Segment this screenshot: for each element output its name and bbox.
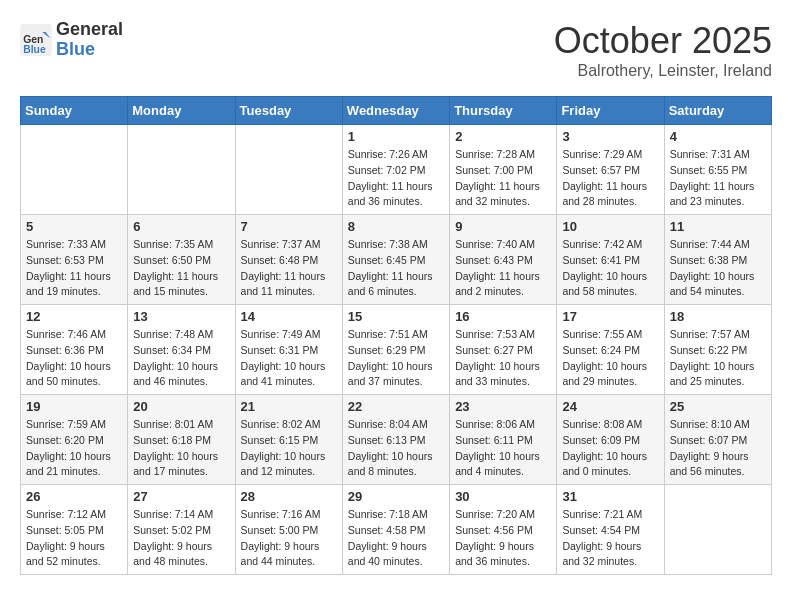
day-number: 20 xyxy=(133,399,229,414)
calendar-week-1: 1Sunrise: 7:26 AM Sunset: 7:02 PM Daylig… xyxy=(21,125,772,215)
day-info: Sunrise: 7:18 AM Sunset: 4:58 PM Dayligh… xyxy=(348,507,444,570)
calendar-cell: 1Sunrise: 7:26 AM Sunset: 7:02 PM Daylig… xyxy=(342,125,449,215)
calendar-cell xyxy=(664,485,771,575)
calendar-cell: 5Sunrise: 7:33 AM Sunset: 6:53 PM Daylig… xyxy=(21,215,128,305)
calendar-cell: 30Sunrise: 7:20 AM Sunset: 4:56 PM Dayli… xyxy=(450,485,557,575)
calendar-cell: 18Sunrise: 7:57 AM Sunset: 6:22 PM Dayli… xyxy=(664,305,771,395)
day-info: Sunrise: 7:55 AM Sunset: 6:24 PM Dayligh… xyxy=(562,327,658,390)
day-info: Sunrise: 7:28 AM Sunset: 7:00 PM Dayligh… xyxy=(455,147,551,210)
calendar-cell: 7Sunrise: 7:37 AM Sunset: 6:48 PM Daylig… xyxy=(235,215,342,305)
day-info: Sunrise: 7:57 AM Sunset: 6:22 PM Dayligh… xyxy=(670,327,766,390)
calendar-header-row: SundayMondayTuesdayWednesdayThursdayFrid… xyxy=(21,97,772,125)
day-number: 5 xyxy=(26,219,122,234)
calendar-cell xyxy=(128,125,235,215)
calendar-cell: 31Sunrise: 7:21 AM Sunset: 4:54 PM Dayli… xyxy=(557,485,664,575)
day-header-sunday: Sunday xyxy=(21,97,128,125)
calendar-cell: 28Sunrise: 7:16 AM Sunset: 5:00 PM Dayli… xyxy=(235,485,342,575)
calendar-cell: 20Sunrise: 8:01 AM Sunset: 6:18 PM Dayli… xyxy=(128,395,235,485)
calendar-cell: 6Sunrise: 7:35 AM Sunset: 6:50 PM Daylig… xyxy=(128,215,235,305)
day-info: Sunrise: 7:44 AM Sunset: 6:38 PM Dayligh… xyxy=(670,237,766,300)
day-info: Sunrise: 8:10 AM Sunset: 6:07 PM Dayligh… xyxy=(670,417,766,480)
day-info: Sunrise: 7:49 AM Sunset: 6:31 PM Dayligh… xyxy=(241,327,337,390)
day-info: Sunrise: 7:48 AM Sunset: 6:34 PM Dayligh… xyxy=(133,327,229,390)
day-number: 14 xyxy=(241,309,337,324)
day-info: Sunrise: 7:40 AM Sunset: 6:43 PM Dayligh… xyxy=(455,237,551,300)
day-info: Sunrise: 7:26 AM Sunset: 7:02 PM Dayligh… xyxy=(348,147,444,210)
logo-blue: Blue xyxy=(56,40,123,60)
day-number: 6 xyxy=(133,219,229,234)
month-title: October 2025 xyxy=(554,20,772,62)
calendar-week-3: 12Sunrise: 7:46 AM Sunset: 6:36 PM Dayli… xyxy=(21,305,772,395)
day-info: Sunrise: 7:51 AM Sunset: 6:29 PM Dayligh… xyxy=(348,327,444,390)
day-info: Sunrise: 7:16 AM Sunset: 5:00 PM Dayligh… xyxy=(241,507,337,570)
day-number: 2 xyxy=(455,129,551,144)
calendar-week-4: 19Sunrise: 7:59 AM Sunset: 6:20 PM Dayli… xyxy=(21,395,772,485)
calendar-cell: 13Sunrise: 7:48 AM Sunset: 6:34 PM Dayli… xyxy=(128,305,235,395)
day-info: Sunrise: 7:20 AM Sunset: 4:56 PM Dayligh… xyxy=(455,507,551,570)
day-info: Sunrise: 7:29 AM Sunset: 6:57 PM Dayligh… xyxy=(562,147,658,210)
calendar-cell: 10Sunrise: 7:42 AM Sunset: 6:41 PM Dayli… xyxy=(557,215,664,305)
calendar-week-5: 26Sunrise: 7:12 AM Sunset: 5:05 PM Dayli… xyxy=(21,485,772,575)
day-info: Sunrise: 8:02 AM Sunset: 6:15 PM Dayligh… xyxy=(241,417,337,480)
day-number: 26 xyxy=(26,489,122,504)
day-header-wednesday: Wednesday xyxy=(342,97,449,125)
day-info: Sunrise: 7:33 AM Sunset: 6:53 PM Dayligh… xyxy=(26,237,122,300)
day-number: 11 xyxy=(670,219,766,234)
day-info: Sunrise: 7:12 AM Sunset: 5:05 PM Dayligh… xyxy=(26,507,122,570)
calendar-cell: 22Sunrise: 8:04 AM Sunset: 6:13 PM Dayli… xyxy=(342,395,449,485)
calendar-cell: 25Sunrise: 8:10 AM Sunset: 6:07 PM Dayli… xyxy=(664,395,771,485)
day-info: Sunrise: 7:59 AM Sunset: 6:20 PM Dayligh… xyxy=(26,417,122,480)
day-header-saturday: Saturday xyxy=(664,97,771,125)
calendar-cell: 26Sunrise: 7:12 AM Sunset: 5:05 PM Dayli… xyxy=(21,485,128,575)
title-area: October 2025 Balrothery, Leinster, Irela… xyxy=(554,20,772,80)
calendar-cell: 21Sunrise: 8:02 AM Sunset: 6:15 PM Dayli… xyxy=(235,395,342,485)
calendar-cell: 2Sunrise: 7:28 AM Sunset: 7:00 PM Daylig… xyxy=(450,125,557,215)
day-info: Sunrise: 7:31 AM Sunset: 6:55 PM Dayligh… xyxy=(670,147,766,210)
calendar-cell: 15Sunrise: 7:51 AM Sunset: 6:29 PM Dayli… xyxy=(342,305,449,395)
calendar-cell: 8Sunrise: 7:38 AM Sunset: 6:45 PM Daylig… xyxy=(342,215,449,305)
calendar-cell: 23Sunrise: 8:06 AM Sunset: 6:11 PM Dayli… xyxy=(450,395,557,485)
day-info: Sunrise: 7:35 AM Sunset: 6:50 PM Dayligh… xyxy=(133,237,229,300)
day-info: Sunrise: 7:46 AM Sunset: 6:36 PM Dayligh… xyxy=(26,327,122,390)
day-number: 16 xyxy=(455,309,551,324)
day-number: 1 xyxy=(348,129,444,144)
logo: Gen Blue General Blue xyxy=(20,20,123,60)
day-header-monday: Monday xyxy=(128,97,235,125)
day-info: Sunrise: 8:06 AM Sunset: 6:11 PM Dayligh… xyxy=(455,417,551,480)
day-number: 19 xyxy=(26,399,122,414)
day-info: Sunrise: 7:38 AM Sunset: 6:45 PM Dayligh… xyxy=(348,237,444,300)
calendar-cell: 9Sunrise: 7:40 AM Sunset: 6:43 PM Daylig… xyxy=(450,215,557,305)
calendar-week-2: 5Sunrise: 7:33 AM Sunset: 6:53 PM Daylig… xyxy=(21,215,772,305)
svg-text:Blue: Blue xyxy=(23,44,46,55)
logo-icon: Gen Blue xyxy=(20,24,52,56)
day-number: 7 xyxy=(241,219,337,234)
day-number: 28 xyxy=(241,489,337,504)
calendar-table: SundayMondayTuesdayWednesdayThursdayFrid… xyxy=(20,96,772,575)
calendar-cell: 14Sunrise: 7:49 AM Sunset: 6:31 PM Dayli… xyxy=(235,305,342,395)
calendar-cell: 17Sunrise: 7:55 AM Sunset: 6:24 PM Dayli… xyxy=(557,305,664,395)
calendar-cell xyxy=(235,125,342,215)
logo-general: General xyxy=(56,20,123,40)
day-number: 18 xyxy=(670,309,766,324)
calendar-cell: 3Sunrise: 7:29 AM Sunset: 6:57 PM Daylig… xyxy=(557,125,664,215)
calendar-cell: 11Sunrise: 7:44 AM Sunset: 6:38 PM Dayli… xyxy=(664,215,771,305)
day-number: 10 xyxy=(562,219,658,234)
day-number: 31 xyxy=(562,489,658,504)
day-info: Sunrise: 8:08 AM Sunset: 6:09 PM Dayligh… xyxy=(562,417,658,480)
page-header: Gen Blue General Blue October 2025 Balro… xyxy=(20,20,772,80)
day-info: Sunrise: 7:37 AM Sunset: 6:48 PM Dayligh… xyxy=(241,237,337,300)
day-number: 13 xyxy=(133,309,229,324)
day-number: 30 xyxy=(455,489,551,504)
day-number: 24 xyxy=(562,399,658,414)
day-info: Sunrise: 7:14 AM Sunset: 5:02 PM Dayligh… xyxy=(133,507,229,570)
calendar-cell: 19Sunrise: 7:59 AM Sunset: 6:20 PM Dayli… xyxy=(21,395,128,485)
day-number: 15 xyxy=(348,309,444,324)
calendar-cell: 12Sunrise: 7:46 AM Sunset: 6:36 PM Dayli… xyxy=(21,305,128,395)
calendar-cell: 4Sunrise: 7:31 AM Sunset: 6:55 PM Daylig… xyxy=(664,125,771,215)
calendar-cell: 27Sunrise: 7:14 AM Sunset: 5:02 PM Dayli… xyxy=(128,485,235,575)
day-number: 22 xyxy=(348,399,444,414)
calendar-cell xyxy=(21,125,128,215)
day-number: 3 xyxy=(562,129,658,144)
location-subtitle: Balrothery, Leinster, Ireland xyxy=(554,62,772,80)
logo-text: General Blue xyxy=(56,20,123,60)
